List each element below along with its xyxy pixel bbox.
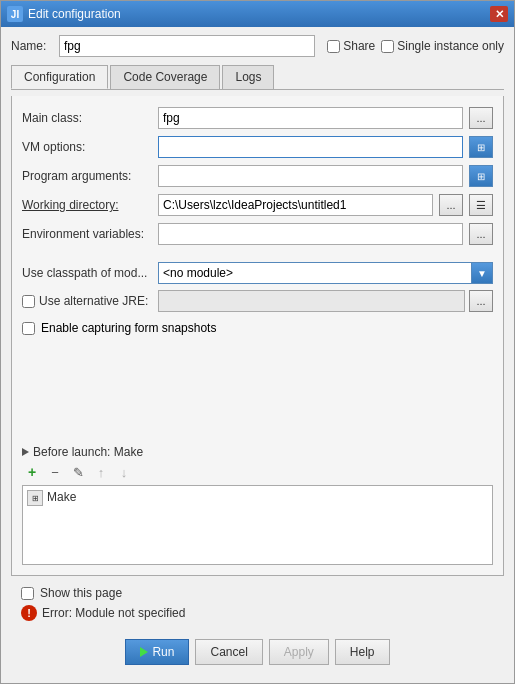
- edit-button[interactable]: ✎: [68, 463, 88, 481]
- run-button[interactable]: Run: [125, 639, 189, 665]
- help-label: Help: [350, 645, 375, 659]
- button-row: Run Cancel Apply Help: [11, 631, 504, 675]
- share-checkbox-item: Share: [327, 39, 375, 53]
- classpath-dropdown-button[interactable]: ▼: [471, 262, 493, 284]
- working-dir-browse-button[interactable]: ...: [439, 194, 463, 216]
- apply-label: Apply: [284, 645, 314, 659]
- program-args-input[interactable]: [158, 165, 463, 187]
- share-label: Share: [343, 39, 375, 53]
- share-checkbox[interactable]: [327, 40, 340, 53]
- show-page-row: Show this page: [21, 586, 494, 600]
- snapshots-row: Enable capturing form snapshots: [22, 321, 493, 335]
- jre-browse-button[interactable]: ...: [469, 290, 493, 312]
- working-dir-extra-button[interactable]: ☰: [469, 194, 493, 216]
- error-text: Error: Module not specified: [42, 606, 185, 620]
- program-args-table-button[interactable]: ⊞: [469, 165, 493, 187]
- before-launch-title: Before launch: Make: [33, 445, 143, 459]
- snapshots-checkbox[interactable]: [22, 322, 35, 335]
- bottom-section: Show this page ! Error: Module not speci…: [11, 582, 504, 625]
- main-class-label: Main class:: [22, 111, 152, 125]
- close-button[interactable]: ✕: [490, 6, 508, 22]
- checkboxes: Share Single instance only: [327, 39, 504, 53]
- run-play-icon: [140, 647, 148, 657]
- before-launch-section: Before launch: Make + − ✎ ↑ ↓ ⊞ Make: [22, 445, 493, 565]
- vm-options-table-button[interactable]: ⊞: [469, 136, 493, 158]
- apply-button[interactable]: Apply: [269, 639, 329, 665]
- vm-options-label: VM options:: [22, 140, 152, 154]
- classpath-input[interactable]: [158, 262, 471, 284]
- name-row: Name: Share Single instance only: [11, 35, 504, 57]
- tab-logs[interactable]: Logs: [222, 65, 274, 89]
- error-row: ! Error: Module not specified: [21, 605, 494, 621]
- title-bar: JI Edit configuration ✕: [1, 1, 514, 27]
- jre-label: Use alternative JRE:: [22, 294, 152, 308]
- make-item: Make: [47, 490, 76, 504]
- before-launch-toolbar: + − ✎ ↑ ↓: [22, 463, 493, 481]
- remove-button[interactable]: −: [45, 463, 65, 481]
- env-vars-input[interactable]: [158, 223, 463, 245]
- tab-configuration[interactable]: Configuration: [11, 65, 108, 89]
- help-button[interactable]: Help: [335, 639, 390, 665]
- name-label: Name:: [11, 39, 51, 53]
- make-icon: ⊞: [27, 490, 43, 506]
- classpath-label: Use classpath of mod...: [22, 266, 152, 280]
- show-page-label: Show this page: [40, 586, 122, 600]
- run-label: Run: [152, 645, 174, 659]
- cancel-button[interactable]: Cancel: [195, 639, 262, 665]
- single-instance-checkbox-item: Single instance only: [381, 39, 504, 53]
- main-class-row: Main class: ...: [22, 106, 493, 130]
- add-button[interactable]: +: [22, 463, 42, 481]
- working-dir-label: Working directory:: [22, 198, 152, 212]
- env-vars-row: Environment variables: ...: [22, 222, 493, 246]
- move-down-button[interactable]: ↓: [114, 463, 134, 481]
- jre-input[interactable]: [158, 290, 465, 312]
- snapshots-label: Enable capturing form snapshots: [41, 321, 216, 335]
- jre-checkbox[interactable]: [22, 295, 35, 308]
- jre-row: Use alternative JRE: ...: [22, 290, 493, 312]
- tabs-bar: Configuration Code Coverage Logs: [11, 65, 504, 90]
- program-args-row: Program arguments: ⊞: [22, 164, 493, 188]
- collapse-triangle-icon: [22, 448, 29, 456]
- cancel-label: Cancel: [210, 645, 247, 659]
- name-input[interactable]: [59, 35, 315, 57]
- tab-content: Main class: ... VM options: ⊞ Program ar…: [11, 96, 504, 576]
- app-icon: JI: [7, 6, 23, 22]
- working-dir-row: Working directory: ... ☰: [22, 193, 493, 217]
- dialog-content: Name: Share Single instance only Configu…: [1, 27, 514, 683]
- main-class-browse-button[interactable]: ...: [469, 107, 493, 129]
- vm-options-input[interactable]: [158, 136, 463, 158]
- env-vars-label: Environment variables:: [22, 227, 152, 241]
- main-class-input[interactable]: [158, 107, 463, 129]
- show-page-checkbox[interactable]: [21, 587, 34, 600]
- program-args-label: Program arguments:: [22, 169, 152, 183]
- before-launch-list: ⊞ Make: [22, 485, 493, 565]
- before-launch-header: Before launch: Make: [22, 445, 493, 459]
- dialog-title: Edit configuration: [28, 7, 121, 21]
- title-bar-left: JI Edit configuration: [7, 6, 121, 22]
- error-icon: !: [21, 605, 37, 621]
- vm-options-row: VM options: ⊞: [22, 135, 493, 159]
- classpath-row: Use classpath of mod... ▼: [22, 261, 493, 285]
- working-dir-input[interactable]: [158, 194, 433, 216]
- move-up-button[interactable]: ↑: [91, 463, 111, 481]
- classpath-select-wrapper: ▼: [158, 262, 493, 284]
- single-instance-label: Single instance only: [397, 39, 504, 53]
- single-instance-checkbox[interactable]: [381, 40, 394, 53]
- env-vars-browse-button[interactable]: ...: [469, 223, 493, 245]
- tab-code-coverage[interactable]: Code Coverage: [110, 65, 220, 89]
- edit-configuration-dialog: JI Edit configuration ✕ Name: Share Sing…: [0, 0, 515, 684]
